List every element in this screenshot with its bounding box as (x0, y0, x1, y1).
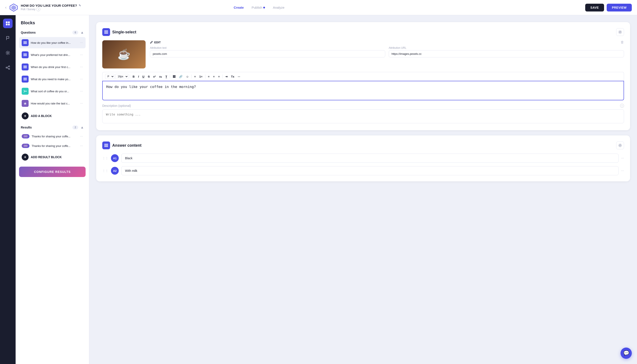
answer-input-wrap-0 (121, 154, 618, 163)
svg-marker-25 (24, 102, 27, 105)
emoji-button[interactable]: ☺ (184, 74, 190, 79)
questions-collapse[interactable]: ▲ (80, 30, 84, 34)
svg-point-7 (9, 66, 10, 67)
question-text-input[interactable]: How do you like your coffee in the morni… (106, 85, 620, 96)
drag-handle-1[interactable]: ⋮⋮ (102, 169, 108, 172)
block-item-2[interactable]: When do you drink your first c... ··· (19, 61, 86, 72)
image-button[interactable]: 🖼 (172, 74, 177, 79)
svg-rect-20 (24, 68, 27, 68)
block-item-3[interactable]: What do you need to make yo... ··· (19, 74, 86, 85)
delete-image-button[interactable]: 🗑 (620, 40, 624, 44)
preview-button[interactable]: PREVIEW (607, 4, 632, 12)
result-item-1[interactable]: Thanks for sharing your coffe... ··· (19, 142, 86, 150)
nav-analyze[interactable]: Analyze (273, 6, 284, 9)
toolbar-divider-1 (130, 74, 130, 78)
align-center-button[interactable]: ≡ (212, 74, 216, 79)
question-image: ☕ (102, 40, 146, 68)
block-item-5[interactable]: How would you rate the last c... ··· (19, 98, 86, 109)
svg-point-9 (9, 68, 10, 70)
answer-input-0[interactable] (125, 156, 615, 160)
font-size-select[interactable]: 16px (115, 74, 128, 79)
sidebar-icon-share[interactable] (3, 63, 12, 72)
block-icon-3 (22, 76, 28, 82)
configure-results-button[interactable]: CONFIGURE RESULTS (19, 166, 86, 177)
result-text-0: Thanks for sharing your coffe... (32, 135, 78, 138)
answer-item-1: ⋮⋮ A2 ··· (102, 166, 624, 175)
single-select-settings-button[interactable] (616, 28, 624, 36)
attribution-text-input[interactable] (150, 50, 385, 58)
answer-input-1[interactable] (125, 169, 615, 172)
description-info-icon[interactable]: i (620, 104, 624, 108)
svg-rect-32 (104, 30, 108, 31)
sidebar-icon-blocks[interactable] (3, 19, 12, 28)
answer-more-1[interactable]: ··· (621, 169, 624, 173)
chat-button[interactable]: 💬 (620, 348, 632, 359)
tx-button[interactable]: Tx (230, 74, 236, 79)
survey-subtitle: Poll / Survey i (21, 7, 81, 11)
questions-count: 6 (72, 30, 78, 34)
card-type-label: Single-select (112, 30, 136, 34)
nav-publish[interactable]: Publish (252, 6, 265, 9)
block-item-0[interactable]: How do you like your coffee in... ··· (19, 37, 86, 48)
block-more-5[interactable]: ··· (80, 102, 83, 105)
answer-settings-button[interactable] (616, 142, 624, 149)
result-more-0[interactable]: ··· (80, 134, 83, 138)
text-toolbar: P 16px B I U S x² x₂ T̲ 🖼 🔗 ☺ ≡ 1≡ ≡ ≡ (102, 72, 624, 81)
result-item-0[interactable]: Thanks for sharing your coffe... ··· (19, 132, 86, 140)
block-more-4[interactable]: ··· (80, 89, 83, 93)
block-more-1[interactable]: ··· (80, 53, 83, 57)
survey-title: HOW DO YOU LIKE YOUR COFFEE? ✎ (21, 4, 81, 7)
nav-create[interactable]: Create (234, 6, 244, 9)
add-result-block-button[interactable]: + ADD RESULT BLOCK (16, 151, 89, 163)
block-item-4[interactable]: What sort of coffee do you or... ··· (19, 86, 86, 97)
attribution-url-field: Attribution URL (389, 46, 624, 58)
answer-badge-0: A1 (111, 154, 119, 162)
align-left-button[interactable]: ≡ (207, 74, 211, 79)
answer-badge-icon (102, 142, 110, 149)
paragraph-select[interactable]: P (105, 74, 114, 79)
save-button[interactable]: SAVE (585, 4, 604, 12)
svg-rect-15 (24, 54, 27, 54)
sidebar-icon-settings[interactable] (3, 48, 12, 58)
block-more-2[interactable]: ··· (80, 65, 83, 69)
add-block-icon: + (22, 112, 28, 120)
drag-handle-0[interactable]: ⋮⋮ (102, 156, 108, 160)
bullet-list-button[interactable]: ≡ (193, 74, 197, 79)
add-block-button[interactable]: + ADD A BLOCK (16, 110, 89, 122)
answer-more-0[interactable]: ··· (621, 156, 624, 160)
svg-marker-1 (11, 5, 16, 10)
bold-button[interactable]: B (131, 74, 136, 79)
superscript-button[interactable]: x² (152, 74, 157, 79)
result-more-1[interactable]: ··· (80, 144, 83, 148)
edit-image-button[interactable]: EDIT (150, 41, 161, 44)
back-button[interactable]: ‹ (5, 5, 6, 10)
block-item-1[interactable]: What's your preferred hot drin... ··· (19, 49, 86, 60)
nav-actions: SAVE PREVIEW (585, 4, 632, 12)
attribution-url-label: Attribution URL (389, 46, 624, 50)
subscript-button[interactable]: x₂ (158, 74, 163, 79)
align-right-button[interactable]: ≡ (217, 74, 221, 79)
strikethrough-button[interactable]: S (146, 74, 151, 79)
grid-icon (6, 21, 10, 26)
result-icon-0 (22, 134, 30, 138)
more-toolbar-button[interactable]: ··· (236, 74, 242, 79)
block-more-3[interactable]: ··· (80, 77, 83, 81)
underline-button[interactable]: U (141, 74, 146, 79)
svg-rect-36 (104, 144, 108, 144)
link-button[interactable]: 🔗 (178, 74, 184, 79)
info-icon[interactable]: i (36, 7, 40, 11)
description-input[interactable] (102, 110, 624, 123)
block-more-0[interactable]: ··· (80, 41, 83, 45)
italic-button[interactable]: I (137, 74, 140, 79)
svg-rect-17 (24, 56, 27, 56)
results-section-header: Results 2 ▲ (16, 124, 89, 131)
edit-title-icon[interactable]: ✎ (79, 4, 81, 7)
sidebar-icon-flag[interactable] (3, 33, 12, 43)
attribution-url-input[interactable] (389, 50, 624, 58)
numbered-list-button[interactable]: 1≡ (198, 74, 204, 79)
results-collapse[interactable]: ▲ (80, 126, 84, 129)
indent-button[interactable]: ⇥ (224, 74, 229, 79)
share-icon (6, 65, 10, 70)
clear-format-button[interactable]: T̲ (164, 74, 168, 79)
svg-point-6 (7, 52, 9, 54)
